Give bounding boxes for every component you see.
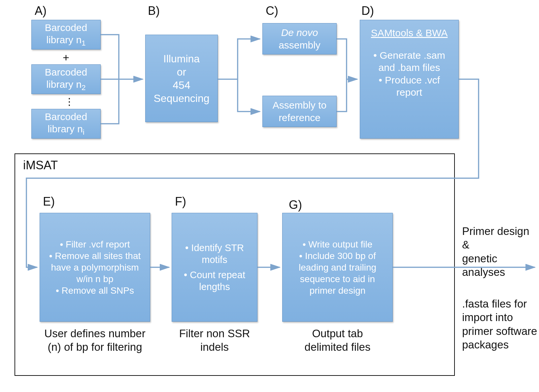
arrows-layer [0, 0, 539, 392]
diagram-canvas: A) B) C) D) Barcoded library n1 + Barcod… [0, 0, 539, 392]
